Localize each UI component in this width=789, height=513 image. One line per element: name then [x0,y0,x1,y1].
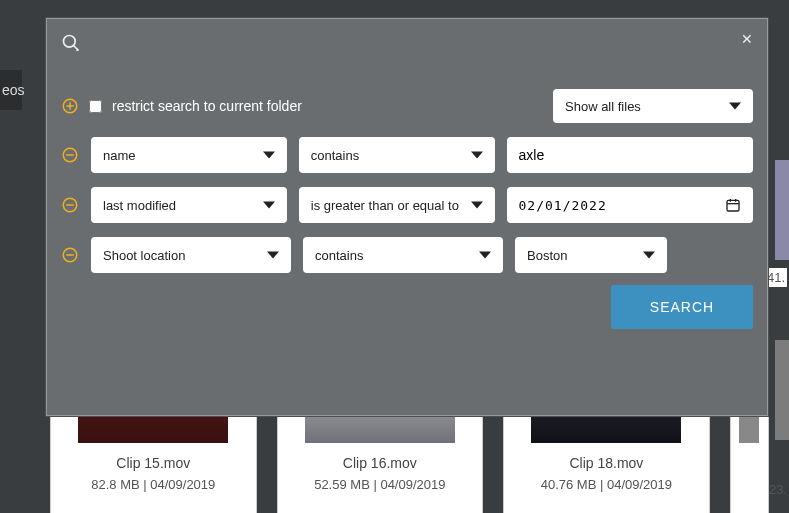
peek-thumbnail [775,340,789,440]
calendar-icon[interactable] [725,197,741,213]
clip-meta: 82.8 MB | 04/09/2019 [91,477,215,492]
criteria-operator-select[interactable]: contains [303,237,503,273]
criteria-value-date[interactable] [507,187,754,223]
restrict-folder-checkbox[interactable] [89,100,102,113]
svg-marker-12 [263,201,275,208]
chevron-down-icon [263,149,275,161]
criteria-row: last modified is greater than or equal t… [61,187,753,223]
show-files-label: Show all files [565,99,641,114]
svg-marker-20 [267,251,279,258]
criteria-operator-select[interactable]: contains [299,137,495,173]
show-files-select[interactable]: Show all files [553,89,753,123]
criteria-value-select[interactable]: Boston [515,237,667,273]
remove-criteria-icon[interactable] [61,196,79,214]
clip-name: Clip 16.mov [343,455,417,471]
peek-meta: 41. [765,268,787,287]
peek-meta: 23. [769,482,787,497]
chevron-down-icon [471,149,483,161]
criteria-value-text[interactable] [507,137,754,173]
svg-marker-5 [729,102,741,109]
criteria-value-input[interactable] [519,137,742,173]
criteria-operator-label: contains [311,148,359,163]
remove-criteria-icon[interactable] [61,146,79,164]
restrict-folder-label: restrict search to current folder [112,98,302,114]
criteria-operator-label: is greater than or equal to [311,198,459,213]
add-criteria-icon[interactable] [61,97,79,115]
chevron-down-icon [263,199,275,211]
close-icon[interactable]: ✕ [741,31,753,47]
search-icon [61,33,81,53]
criteria-field-select[interactable]: name [91,137,287,173]
svg-point-0 [64,36,76,48]
chevron-down-icon [643,249,655,261]
clip-name: Clip 15.mov [116,455,190,471]
clip-meta: 52.59 MB | 04/09/2019 [314,477,445,492]
remove-criteria-icon[interactable] [61,246,79,264]
criteria-row: Shoot location contains Boston [61,237,753,273]
svg-marker-9 [471,151,483,158]
criteria-field-label: last modified [103,198,176,213]
svg-marker-21 [479,251,491,258]
chevron-down-icon [729,100,741,112]
search-button[interactable]: SEARCH [611,285,753,329]
chevron-down-icon [267,249,279,261]
svg-marker-22 [643,251,655,258]
criteria-value-label: Boston [527,248,567,263]
svg-rect-14 [727,200,739,211]
criteria-operator-label: contains [315,248,363,263]
sidebar-fragment: eos [0,70,22,110]
restrict-folder-row: restrict search to current folder [61,97,302,115]
svg-marker-8 [263,151,275,158]
criteria-operator-select[interactable]: is greater than or equal to [299,187,495,223]
criteria-row: name contains [61,137,753,173]
criteria-field-select[interactable]: Shoot location [91,237,291,273]
chevron-down-icon [471,199,483,211]
criteria-field-label: name [103,148,136,163]
svg-marker-13 [471,201,483,208]
peek-thumbnail [775,160,789,260]
criteria-field-select[interactable]: last modified [91,187,287,223]
advanced-search-panel: ✕ restrict search to current folder Show… [46,18,768,416]
chevron-down-icon [479,249,491,261]
criteria-value-input[interactable] [519,187,726,223]
clip-meta: 40.76 MB | 04/09/2019 [541,477,672,492]
criteria-field-label: Shoot location [103,248,185,263]
clip-name: Clip 18.mov [569,455,643,471]
